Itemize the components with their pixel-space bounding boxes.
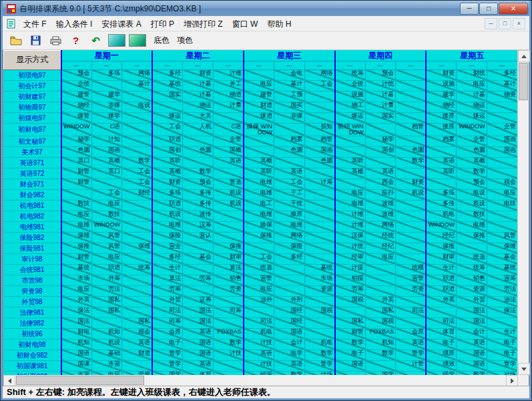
course-cell[interactable]: 保维 xyxy=(122,243,153,253)
course-cell[interactable] xyxy=(244,243,274,253)
course-cell[interactable]: 计技 xyxy=(244,339,274,350)
course-cell[interactable] xyxy=(304,243,335,253)
course-cell[interactable]: 国税 xyxy=(335,296,366,307)
course-cell[interactable]: 生计 xyxy=(426,264,457,275)
course-cell[interactable]: 色圆 xyxy=(61,146,92,157)
course-cell[interactable]: 工会 xyxy=(122,178,153,189)
course-cell[interactable]: 基会 xyxy=(487,253,517,264)
course-cell[interactable]: 波维 xyxy=(365,200,396,211)
course-cell[interactable] xyxy=(304,102,335,112)
course-cell[interactable] xyxy=(91,317,122,328)
class-row-label[interactable]: 保险981 xyxy=(4,243,61,253)
course-cell[interactable]: 国私 xyxy=(365,307,396,317)
course-cell[interactable]: 司法 xyxy=(244,317,274,328)
course-cell[interactable]: 管学 xyxy=(487,360,517,371)
course-cell[interactable]: 英口 xyxy=(61,157,92,168)
course-cell[interactable]: 英听 xyxy=(152,157,183,168)
course-cell[interactable]: 英概 xyxy=(91,157,122,168)
mdi-restore-button[interactable]: □ xyxy=(499,18,511,29)
course-cell[interactable]: 数技 xyxy=(91,211,122,221)
course-cell[interactable]: 财管 xyxy=(335,328,366,339)
menu-item[interactable]: 增强打印 Z xyxy=(179,18,228,30)
course-cell[interactable]: 管学 xyxy=(152,360,183,371)
horizontal-scroll-track[interactable] xyxy=(145,375,506,386)
course-cell[interactable]: 职道 xyxy=(152,200,183,211)
course-cell[interactable]: 多练 xyxy=(152,189,183,200)
course-cell[interactable]: 国创 xyxy=(365,146,396,157)
course-cell[interactable] xyxy=(122,285,153,296)
course-cell[interactable]: 操保 WINDOW xyxy=(244,123,274,136)
course-cell[interactable]: 多练 xyxy=(426,189,457,200)
course-cell[interactable]: 营筹 xyxy=(487,275,517,285)
course-cell[interactable] xyxy=(304,317,335,328)
course-cell[interactable]: 非煤 xyxy=(91,102,122,112)
course-cell[interactable] xyxy=(487,168,517,178)
course-cell[interactable]: WINDOW xyxy=(91,221,122,232)
course-cell[interactable]: 多经 xyxy=(274,253,304,264)
course-cell[interactable]: 外英 xyxy=(61,296,92,307)
course-cell[interactable]: 机知 xyxy=(91,328,122,339)
course-cell[interactable]: 统模 xyxy=(396,264,427,275)
course-cell[interactable] xyxy=(274,285,304,296)
course-cell[interactable]: 保法 xyxy=(61,307,92,317)
course-cell[interactable]: 建管 xyxy=(61,91,92,102)
course-cell[interactable] xyxy=(396,317,427,328)
course-cell[interactable]: 国画 xyxy=(487,146,517,157)
course-cell[interactable]: 数学 xyxy=(335,339,366,350)
course-cell[interactable]: 职道 xyxy=(426,275,457,285)
course-cell[interactable]: 外英 xyxy=(365,296,396,307)
course-cell[interactable]: 工会 xyxy=(91,189,122,200)
course-cell[interactable]: 企统 xyxy=(61,80,92,91)
course-cell[interactable]: 多经 xyxy=(152,253,183,264)
course-cell[interactable]: 国概 xyxy=(213,146,244,157)
course-cell[interactable]: 机设 xyxy=(396,189,427,200)
course-cell[interactable]: 英听 xyxy=(426,168,457,178)
course-cell[interactable] xyxy=(304,168,335,178)
course-cell[interactable] xyxy=(213,221,244,232)
course-cell[interactable]: 工会 xyxy=(274,178,304,189)
class-row-label[interactable]: 财会982 xyxy=(4,189,61,200)
course-cell[interactable]: 统筹 xyxy=(457,264,487,275)
course-cell[interactable]: 阶结 WINDOW xyxy=(335,123,366,136)
course-cell[interactable]: 英概 xyxy=(335,168,366,178)
course-cell[interactable]: 国法 xyxy=(183,317,214,328)
course-cell[interactable]: 营认 xyxy=(183,232,214,243)
course-cell[interactable]: 财审 xyxy=(213,253,244,264)
course-cell[interactable] xyxy=(304,200,335,211)
course-cell[interactable]: 工会 xyxy=(304,80,335,91)
course-cell[interactable] xyxy=(487,211,517,221)
course-cell[interactable]: 财资 xyxy=(396,178,427,189)
course-cell[interactable]: 职道 xyxy=(152,136,183,146)
course-cell[interactable] xyxy=(213,232,244,243)
course-cell[interactable]: 机设 xyxy=(213,200,244,211)
course-cell[interactable] xyxy=(274,264,304,275)
course-cell[interactable]: 电维 xyxy=(457,221,487,232)
course-cell[interactable]: 企管 xyxy=(487,123,517,136)
course-cell[interactable]: 劳法 xyxy=(91,285,122,296)
course-cell[interactable]: 电工 xyxy=(244,200,274,211)
course-cell[interactable] xyxy=(487,102,517,112)
course-cell[interactable]: C语 xyxy=(213,123,244,136)
course-cell[interactable] xyxy=(244,307,274,317)
course-cell[interactable]: 资源 xyxy=(457,285,487,296)
menu-item[interactable]: 窗口 W xyxy=(228,18,263,30)
course-cell[interactable]: 多经 xyxy=(152,70,183,80)
course-cell[interactable] xyxy=(365,285,396,296)
course-cell[interactable]: 生计 xyxy=(487,328,517,339)
course-cell[interactable]: 接原 xyxy=(426,123,457,136)
course-cell[interactable]: 英语 xyxy=(213,157,244,168)
course-cell[interactable]: 会原 xyxy=(152,328,183,339)
course-cell[interactable]: 数学 xyxy=(457,168,487,178)
course-cell[interactable] xyxy=(183,264,214,275)
course-cell[interactable]: 电子 xyxy=(487,339,517,350)
course-cell[interactable] xyxy=(122,211,153,221)
course-cell[interactable]: 计统 xyxy=(335,243,366,253)
course-cell[interactable] xyxy=(244,136,274,146)
course-cell[interactable]: 劳资 xyxy=(213,285,244,296)
item-color-swatch[interactable] xyxy=(129,34,146,47)
course-cell[interactable]: 保维 xyxy=(487,243,517,253)
course-cell[interactable]: 计维 xyxy=(213,70,244,80)
course-cell[interactable] xyxy=(274,157,304,168)
course-cell[interactable]: 煤管 xyxy=(61,112,92,123)
course-cell[interactable]: 财管 xyxy=(61,168,92,178)
